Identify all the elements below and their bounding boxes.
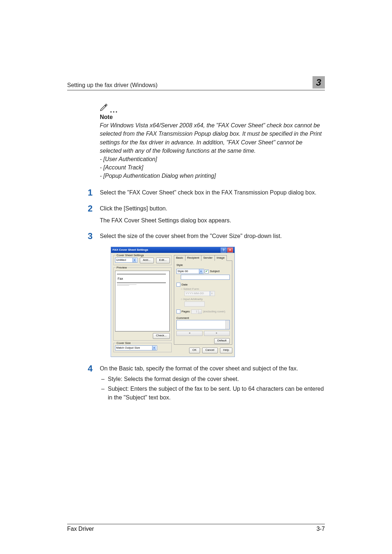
tab-basic[interactable]: Basic [174,255,185,261]
preview-box: Fax [115,271,170,332]
preview-fax-label: Fax [118,276,166,281]
tab-recipient[interactable]: Recipient [185,255,201,261]
tabs: Basic Recipient Sender Image [174,255,232,261]
step-text: On the Basic tab, specify the format of … [100,364,325,373]
content: ... Note For Windows Vista x64/Server 20… [100,103,325,404]
bullet: Subject: Enters the subject of the fax t… [108,385,325,401]
chapter-number: 3 [313,76,325,89]
footer: Fax Driver 3-7 [67,526,325,532]
subject-field[interactable] [181,275,230,280]
screenshot: FAX Cover Sheet Settings ? × Cover Sheet… [111,247,325,357]
step-subtext: The FAX Cover Sheet Settings dialog box … [100,216,325,225]
running-head: Setting up the fax driver (Windows) [67,82,158,89]
footer-right: 3-7 [317,526,325,532]
check-button[interactable]: Check... [153,333,170,339]
dialog-title: FAX Cover Sheet Settings [113,247,148,253]
help-button[interactable]: Help [220,348,232,353]
scrollbar[interactable] [225,320,229,329]
group-label: Cover Sheet Settings [116,253,145,258]
date-label: Date [181,283,188,287]
cover-size-group: Cover Size Match Output Size ▾ [113,343,172,352]
pages-spinner: 1 [191,309,202,314]
default-button[interactable]: Default [214,338,230,344]
date-checkbox[interactable]: ✔ Date [176,283,188,287]
scroll-left-button[interactable]: ◂ [176,331,203,336]
step-2: 2 Click the [Settings] button. The FAX C… [100,204,325,225]
note-dots: ... [110,108,118,111]
chevron-down-icon: ▾ [210,291,214,296]
note-block: ... Note For Windows Vista x64/Server 20… [100,103,325,180]
subject-label: Subject [210,269,220,274]
date-format-combo: YYYY-MM-DD ▾ [184,291,215,296]
step-3: 3 Select the size of the cover sheet fro… [100,232,325,357]
bullet: Style: Selects the format design of the … [108,375,325,383]
comment-label: Comment [176,316,230,320]
step-text: Select the size of the cover sheet from … [100,232,325,240]
style-label: Style [176,263,230,267]
add-button[interactable]: Add... [140,258,154,263]
chevron-down-icon: ▾ [152,346,156,350]
cover-sheet-settings-group: Cover Sheet Settings Untitled ▾ Add... E… [113,255,172,265]
titlebar-help-button[interactable]: ? [221,247,226,253]
footer-left: Fax Driver [67,526,94,532]
footer-rule [67,524,325,524]
step-body: Select the size of the cover sheet from … [100,232,325,357]
pages-checkbox[interactable]: ✔ Pages [176,309,190,314]
step-1: 1 Select the "FAX Cover Sheet" check box… [100,188,325,197]
date-input [184,301,205,307]
chevron-down-icon: ▾ [199,269,203,274]
style-combo[interactable]: Style 00 ▾ [176,269,204,274]
dialog: FAX Cover Sheet Settings ? × Cover Sheet… [111,247,235,357]
ok-button[interactable]: OK [189,348,200,353]
step-4: 4 On the Basic tab, specify the format o… [100,364,325,404]
group-label: Cover Size [116,341,131,345]
cancel-button[interactable]: Cancel [202,348,218,353]
select-form-radio: ○ Select Form [181,287,230,291]
comment-field[interactable] [176,320,230,329]
dialog-titlebar: FAX Cover Sheet Settings ? × [111,247,234,253]
page: Setting up the fax driver (Windows) 3 ..… [0,0,392,554]
spinner-arrows-icon [198,310,201,313]
group-label: Preview [116,266,127,270]
step-number: 1 [77,188,100,197]
step-body: Click the [Settings] button. The FAX Cov… [100,204,325,225]
step-number: 3 [77,232,100,357]
note-icon-row: ... [100,103,325,111]
step-text: Click the [Settings] button. [100,204,325,213]
pages-label: Pages [181,309,190,314]
header-rule [67,90,325,90]
step-body: On the Basic tab, specify the format of … [100,364,325,404]
cover-size-combo[interactable]: Match Output Size ▾ [115,345,157,350]
pen-icon [100,103,108,111]
step-number: 2 [77,204,100,225]
tab-image[interactable]: Image [215,255,227,261]
pages-suffix: (excluding cover) [203,309,225,314]
chevron-down-icon: ▾ [132,258,136,262]
edit-button[interactable]: Edit... [156,258,170,263]
step-number: 4 [77,364,100,404]
scroll-right-button[interactable]: ▸ [204,331,230,336]
tab-body: Style Style 00 ▾ ✔ Subject [174,260,232,345]
subject-checkbox[interactable]: ✔ Subject [205,269,220,274]
input-arbitrary-radio: ○ Input Arbitrarily [181,297,230,301]
page-header: Setting up the fax driver (Windows) 3 [67,76,325,90]
step-bullets: Style: Selects the format design of the … [100,375,325,402]
step-text: Select the "FAX Cover Sheet" check box i… [100,188,325,197]
dialog-footer: OK Cancel Help [174,348,232,353]
tab-sender[interactable]: Sender [201,255,215,261]
preview-group: Preview Fax [113,267,172,341]
note-body: For Windows Vista x64/Server 2008 x64, t… [100,121,325,180]
titlebar-close-button[interactable]: × [227,247,233,253]
settings-name-combo[interactable]: Untitled ▾ [115,258,138,263]
note-label: Note [100,113,325,121]
